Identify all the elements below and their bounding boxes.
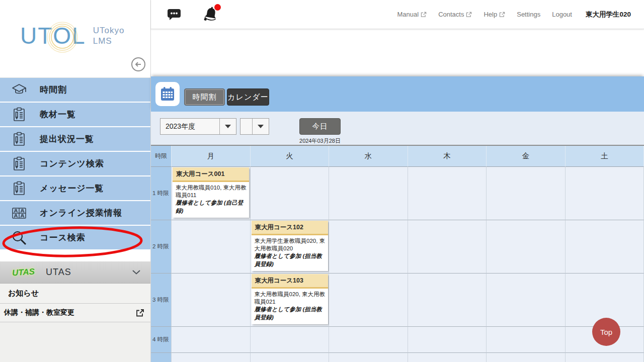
utol-logo: UT OL UTokyo LMS bbox=[20, 22, 124, 49]
sidebar-item-materials[interactable]: 教材一覧 bbox=[0, 103, 150, 127]
timetable-cell bbox=[329, 353, 408, 362]
logo-part-o: O bbox=[53, 22, 72, 49]
manual-link[interactable]: Manual bbox=[397, 11, 427, 18]
timetable-cell: 東大用コース102 東大用学生兼教職員020, 東大用教職員020 履修者として… bbox=[251, 220, 330, 274]
utas-logo-icon: UTAS bbox=[12, 266, 35, 278]
select-arrow-icon bbox=[219, 119, 236, 134]
timetable-cell bbox=[408, 353, 487, 362]
video-grid-icon bbox=[11, 207, 28, 220]
utol-logo-text: UT OL bbox=[20, 22, 86, 49]
notification-badge bbox=[214, 4, 221, 11]
timetable-cell bbox=[329, 220, 408, 274]
messages-icon[interactable] bbox=[167, 8, 181, 21]
course-details: 東大用教職員020, 東大用教職員021 履修者として参加 (担当教員登録) bbox=[252, 289, 328, 324]
timetable-cell bbox=[408, 327, 487, 353]
course-instructors: 東大用教職員010, 東大用教職員011 bbox=[176, 185, 247, 198]
course-role: 履修者として参加 (自己登録) bbox=[176, 200, 243, 213]
day-header-wed: 水 bbox=[329, 146, 408, 167]
username: 東大用学生020 bbox=[586, 10, 631, 19]
clipboard-icon bbox=[11, 156, 28, 171]
sidebar-item-online-class-info[interactable]: オンライン授業情報 bbox=[0, 201, 150, 226]
contacts-link[interactable]: Contacts bbox=[438, 11, 472, 18]
sidebar: UT OL UTokyo LMS bbox=[0, 0, 151, 362]
day-header-mon: 月 bbox=[172, 146, 251, 167]
timetable-cell bbox=[487, 327, 566, 353]
course-card[interactable]: 東大用コース103 東大用教職員020, 東大用教職員021 履修者として参加 … bbox=[252, 274, 328, 324]
day-header-sat: 土 bbox=[566, 146, 644, 167]
course-card[interactable]: 東大用コース102 東大用学生兼教職員020, 東大用教職員020 履修者として… bbox=[252, 221, 328, 271]
timetable-cell bbox=[172, 274, 251, 327]
year-select-value: 2023年度 bbox=[160, 122, 219, 131]
term-select[interactable] bbox=[240, 118, 269, 135]
clipboard-icon bbox=[11, 107, 28, 122]
timetable-cell bbox=[408, 220, 487, 274]
timetable-cell bbox=[329, 327, 408, 353]
day-header-tue: 火 bbox=[251, 146, 330, 167]
sidebar-item-label: オンライン授業情報 bbox=[40, 207, 122, 219]
announcements-label: お知らせ bbox=[8, 289, 39, 298]
topbar-links: Manual Contacts Help Settings Logout 東大用… bbox=[397, 10, 644, 19]
external-link-icon bbox=[466, 12, 472, 18]
notifications-bell-icon[interactable] bbox=[202, 6, 219, 23]
view-toolbar: 時間割 カレンダー bbox=[151, 76, 644, 112]
sidebar-item-label: 教材一覧 bbox=[40, 109, 76, 120]
today-button[interactable]: 今日 bbox=[299, 118, 341, 135]
course-role: 履修者として参加 (担当教員登録) bbox=[255, 253, 322, 266]
sidebar-gap bbox=[0, 250, 150, 261]
sidebar-item-announcements[interactable]: お知らせ bbox=[0, 284, 150, 304]
sidebar-item-messages[interactable]: メッセージ一覧 bbox=[0, 176, 150, 201]
timetable-cell bbox=[251, 167, 330, 220]
course-title: 東大用コース102 bbox=[252, 221, 328, 235]
chevron-down-icon bbox=[132, 270, 140, 275]
course-instructors: 東大用教職員020, 東大用教職員021 bbox=[255, 291, 326, 305]
clipboard-icon bbox=[11, 181, 28, 196]
sidebar-collapse-button[interactable] bbox=[131, 57, 145, 71]
topbar: Manual Contacts Help Settings Logout 東大用… bbox=[151, 0, 644, 29]
period-label bbox=[151, 353, 172, 362]
timetable-row-period4: 4 時限 bbox=[151, 327, 644, 353]
sidebar-item-class-changes[interactable]: 休講・補講・教室変更 bbox=[0, 304, 150, 322]
period-label: 2 時限 bbox=[151, 220, 172, 274]
clipboard-icon bbox=[11, 132, 28, 147]
utol-logo-subtitle: UTokyo LMS bbox=[93, 25, 125, 47]
period-header: 時限 bbox=[151, 146, 172, 167]
tab-timetable[interactable]: 時間割 bbox=[184, 88, 225, 106]
period-label: 3 時限 bbox=[151, 274, 172, 327]
course-card[interactable]: 東大用コース001 東大用教職員010, 東大用教職員011 履修者として参加 … bbox=[173, 167, 249, 218]
external-link-icon bbox=[421, 12, 427, 18]
timetable-cell bbox=[251, 327, 330, 353]
sidebar-nav: 時間割 教材一覧 bbox=[0, 78, 150, 322]
period-label: 4 時限 bbox=[151, 327, 172, 353]
tab-calendar[interactable]: カレンダー bbox=[227, 88, 269, 106]
sidebar-header: UT OL UTokyo LMS bbox=[0, 0, 150, 78]
sidebar-item-label: コース検索 bbox=[40, 232, 86, 243]
timetable-cell bbox=[172, 353, 251, 362]
timetable-row-period3: 3 時限 東大用コース103 東大用教職員020, 東大用教職員021 履修者と… bbox=[151, 274, 644, 327]
timetable-cell bbox=[487, 274, 566, 327]
sidebar-item-label: 時間割 bbox=[40, 84, 67, 96]
timetable-row-period1: 1 時限 東大用コース001 東大用教職員010, 東大用教職員011 履修者と… bbox=[151, 167, 644, 220]
timetable-cell bbox=[487, 220, 566, 274]
timetable-cell bbox=[408, 274, 487, 327]
logout-link[interactable]: Logout bbox=[552, 11, 572, 18]
timetable-cell bbox=[566, 167, 644, 220]
sidebar-item-submissions[interactable]: 提出状況一覧 bbox=[0, 127, 150, 152]
sidebar-item-content-search[interactable]: コンテンツ検索 bbox=[0, 152, 150, 176]
timetable-controls: 2023年度 今日 2024年03月28日 bbox=[151, 112, 644, 145]
sidebar-item-course-search[interactable]: コース検索 bbox=[0, 226, 150, 250]
help-link[interactable]: Help bbox=[484, 11, 505, 18]
timetable-cell bbox=[487, 353, 566, 362]
settings-link[interactable]: Settings bbox=[517, 11, 540, 18]
utas-label: UTAS bbox=[46, 267, 71, 278]
select-arrow-icon bbox=[252, 119, 269, 134]
period-label: 1 時限 bbox=[151, 167, 172, 220]
course-details: 東大用学生兼教職員020, 東大用教職員020 履修者として参加 (担当教員登録… bbox=[252, 235, 328, 271]
sidebar-item-label: コンテンツ検索 bbox=[40, 158, 104, 169]
timetable-header-row: 時限 月 火 水 木 金 土 bbox=[151, 146, 644, 167]
scroll-to-top-button[interactable]: Top bbox=[592, 318, 620, 346]
sidebar-item-utas[interactable]: UTAS UTAS bbox=[0, 261, 150, 284]
sidebar-item-timetable[interactable]: 時間割 bbox=[0, 78, 150, 103]
year-select[interactable]: 2023年度 bbox=[160, 118, 236, 135]
timetable-cell bbox=[172, 327, 251, 353]
sidebar-item-label: メッセージ一覧 bbox=[40, 183, 104, 194]
